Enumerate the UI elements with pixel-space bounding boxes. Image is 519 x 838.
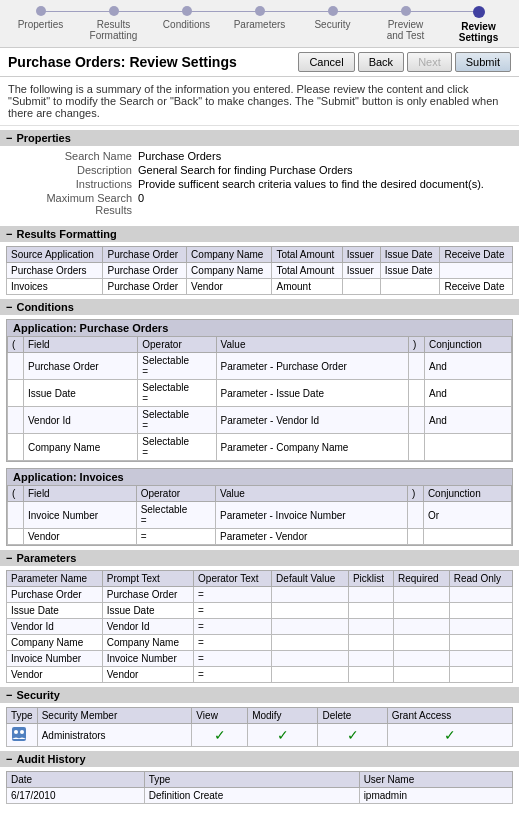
header-buttons: Cancel Back Next Submit	[298, 52, 511, 72]
conditions-section-header: − Conditions	[0, 299, 519, 315]
wizard-step-security[interactable]: Security	[296, 6, 369, 34]
prop-max-results: Maximum Search Results 0	[8, 192, 511, 216]
table-row: Invoice Number Selectable= Parameter - I…	[8, 502, 512, 529]
audit-table: Date Type User Name 6/17/2010 Definition…	[6, 771, 513, 804]
table-row: Invoices Purchase Order Vendor Amount Re…	[7, 279, 513, 295]
table-row: Vendor Id Selectable= Parameter - Vendor…	[8, 407, 512, 434]
parameters-section-body: Parameter Name Prompt Text Operator Text…	[0, 570, 519, 683]
col-company: Company Name	[187, 247, 272, 263]
security-header-row: Type Security Member View Modify Delete …	[7, 708, 513, 724]
audit-section-header: − Audit History	[0, 751, 519, 767]
wizard-step-properties[interactable]: Properties	[4, 6, 77, 34]
parameters-section-header: − Parameters	[0, 550, 519, 566]
security-section-header: − Security	[0, 687, 519, 703]
security-section-body: Type Security Member View Modify Delete …	[0, 707, 519, 747]
conditions-inv-subsection: Application: Invoices ( Field Operator V…	[6, 468, 513, 546]
table-row: Issue Date Issue Date =	[7, 603, 513, 619]
group-icon	[11, 726, 27, 742]
conditions-inv-header-row: ( Field Operator Value ) Conjunction	[8, 486, 512, 502]
properties-section-body: Search Name Purchase Orders Description …	[0, 146, 519, 222]
submit-button[interactable]: Submit	[455, 52, 511, 72]
wizard-step-results[interactable]: ResultsFormatting	[77, 6, 150, 45]
table-row: Company Name Company Name =	[7, 635, 513, 651]
col-source: Source Application	[7, 247, 103, 263]
table-row: Invoice Number Invoice Number =	[7, 651, 513, 667]
table-row: Purchase Order Selectable= Parameter - P…	[8, 353, 512, 380]
collapse-icon-security[interactable]: −	[6, 689, 12, 701]
results-table: Source Application Purchase Order Compan…	[6, 246, 513, 295]
audit-section-body: Date Type User Name 6/17/2010 Definition…	[0, 771, 519, 804]
prop-description: Description General Search for finding P…	[8, 164, 511, 176]
table-row: Administrators ✓ ✓ ✓ ✓	[7, 724, 513, 747]
wizard-step-parameters[interactable]: Parameters	[223, 6, 296, 34]
cancel-button[interactable]: Cancel	[298, 52, 354, 72]
results-section-header: − Results Formatting	[0, 226, 519, 242]
table-row: Vendor Vendor =	[7, 667, 513, 683]
properties-section-header: − Properties	[0, 130, 519, 146]
svg-point-1	[14, 730, 18, 734]
conditions-inv-title: Application: Invoices	[7, 469, 512, 485]
conditions-header-row: ( Field Operator Value ) Conjunction	[8, 337, 512, 353]
conditions-inv-table: ( Field Operator Value ) Conjunction Inv…	[7, 485, 512, 545]
collapse-icon-audit[interactable]: −	[6, 753, 12, 765]
conditions-po-title: Application: Purchase Orders	[7, 320, 512, 336]
wizard-step-review[interactable]: ReviewSettings	[442, 6, 515, 47]
collapse-icon-properties[interactable]: −	[6, 132, 12, 144]
table-row: Purchase Order Purchase Order =	[7, 587, 513, 603]
col-issuer: Issuer	[342, 247, 380, 263]
page-header: Purchase Orders: Review Settings Cancel …	[0, 48, 519, 77]
table-row: Vendor Id Vendor Id =	[7, 619, 513, 635]
parameters-table: Parameter Name Prompt Text Operator Text…	[6, 570, 513, 683]
table-row: Purchase Orders Purchase Order Company N…	[7, 263, 513, 279]
wizard-step-conditions[interactable]: Conditions	[150, 6, 223, 34]
svg-point-2	[20, 730, 24, 734]
col-receive-date: Receive Date	[440, 247, 513, 263]
table-row: Vendor = Parameter - Vendor	[8, 529, 512, 545]
col-issue-date: Issue Date	[380, 247, 440, 263]
conditions-section-body: Application: Purchase Orders ( Field Ope…	[0, 319, 519, 546]
wizard-step-preview[interactable]: Previewand Test	[369, 6, 442, 45]
security-table: Type Security Member View Modify Delete …	[6, 707, 513, 747]
prop-instructions: Instructions Provide sufficent search cr…	[8, 178, 511, 190]
table-row: 6/17/2010 Definition Create ipmadmin	[7, 788, 513, 804]
collapse-icon-conditions[interactable]: −	[6, 301, 12, 313]
table-row: Company Name Selectable= Parameter - Com…	[8, 434, 512, 461]
table-row: Issue Date Selectable= Parameter - Issue…	[8, 380, 512, 407]
wizard-steps: Properties ResultsFormatting Conditions …	[0, 0, 519, 48]
description-text: The following is a summary of the inform…	[0, 77, 519, 126]
next-button[interactable]: Next	[407, 52, 452, 72]
conditions-po-table: ( Field Operator Value ) Conjunction Pur…	[7, 336, 512, 461]
col-total: Total Amount	[272, 247, 342, 263]
collapse-icon-results[interactable]: −	[6, 228, 12, 240]
page-title: Purchase Orders: Review Settings	[8, 54, 298, 70]
parameters-header-row: Parameter Name Prompt Text Operator Text…	[7, 571, 513, 587]
conditions-po-subsection: Application: Purchase Orders ( Field Ope…	[6, 319, 513, 462]
back-button[interactable]: Back	[358, 52, 404, 72]
collapse-icon-parameters[interactable]: −	[6, 552, 12, 564]
results-header-row: Source Application Purchase Order Compan…	[7, 247, 513, 263]
results-section-body: Source Application Purchase Order Compan…	[0, 246, 519, 295]
col-po: Purchase Order	[103, 247, 187, 263]
step-dot-review	[473, 6, 485, 18]
audit-header-row: Date Type User Name	[7, 772, 513, 788]
prop-search-name: Search Name Purchase Orders	[8, 150, 511, 162]
